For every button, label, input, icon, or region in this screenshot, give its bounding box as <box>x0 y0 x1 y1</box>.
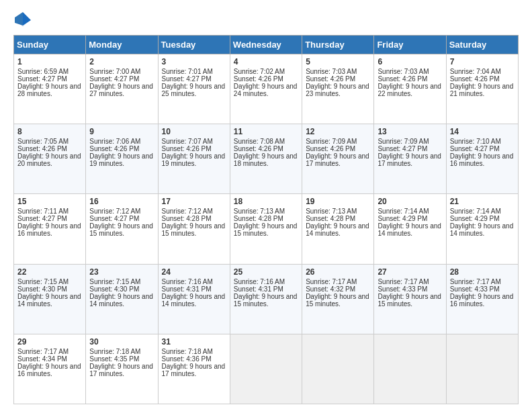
sunset: Sunset: 4:30 PM <box>89 285 139 293</box>
day-number: 7 <box>450 57 515 66</box>
sunset: Sunset: 4:28 PM <box>306 215 355 222</box>
daylight: Daylight: 9 hours and 25 minutes. <box>162 83 226 97</box>
calendar-cell: 25Sunrise: 7:16 AMSunset: 4:31 PMDayligh… <box>230 264 302 334</box>
daylight: Daylight: 9 hours and 28 minutes. <box>17 83 81 97</box>
daylight: Daylight: 9 hours and 14 minutes. <box>17 293 81 308</box>
calendar-cell: 20Sunrise: 7:14 AMSunset: 4:29 PMDayligh… <box>374 194 446 264</box>
calendar-cell: 16Sunrise: 7:12 AMSunset: 4:27 PMDayligh… <box>86 194 158 264</box>
daylight: Daylight: 9 hours and 15 minutes. <box>89 222 153 237</box>
calendar-header: SundayMondayTuesdayWednesdayThursdayFrid… <box>14 36 519 54</box>
calendar-week-row: 15Sunrise: 7:11 AMSunset: 4:27 PMDayligh… <box>14 194 519 264</box>
calendar-week-row: 22Sunrise: 7:15 AMSunset: 4:30 PMDayligh… <box>14 264 519 334</box>
sunrise: Sunrise: 7:11 AM <box>17 208 69 215</box>
daylight: Daylight: 9 hours and 19 minutes. <box>89 152 153 167</box>
sunrise: Sunrise: 7:02 AM <box>234 68 285 75</box>
sunrise: Sunrise: 7:13 AM <box>306 208 357 215</box>
calendar-cell: 6Sunrise: 7:03 AMSunset: 4:26 PMDaylight… <box>374 54 446 124</box>
daylight: Daylight: 9 hours and 16 minutes. <box>450 293 514 308</box>
sunset: Sunset: 4:36 PM <box>162 355 212 363</box>
daylight: Daylight: 9 hours and 16 minutes. <box>17 363 81 377</box>
sunset: Sunset: 4:26 PM <box>234 75 283 83</box>
daylight: Daylight: 9 hours and 15 minutes. <box>234 222 298 237</box>
sunrise: Sunrise: 7:08 AM <box>234 138 285 145</box>
sunset: Sunset: 4:34 PM <box>17 355 67 363</box>
weekday-header: Saturday <box>446 36 518 54</box>
calendar-cell: 26Sunrise: 7:17 AMSunset: 4:32 PMDayligh… <box>302 264 374 334</box>
calendar-cell: 10Sunrise: 7:07 AMSunset: 4:26 PMDayligh… <box>158 124 230 194</box>
sunset: Sunset: 4:33 PM <box>450 285 500 293</box>
day-number: 26 <box>306 267 370 277</box>
svg-marker-2 <box>15 12 23 26</box>
sunset: Sunset: 4:26 PM <box>306 75 355 83</box>
sunrise: Sunrise: 7:07 AM <box>162 138 213 145</box>
calendar-cell: 12Sunrise: 7:09 AMSunset: 4:26 PMDayligh… <box>302 124 374 194</box>
calendar-cell: 3Sunrise: 7:01 AMSunset: 4:27 PMDaylight… <box>158 54 230 124</box>
sunrise: Sunrise: 7:18 AM <box>162 348 213 355</box>
sunset: Sunset: 4:29 PM <box>450 215 500 222</box>
sunset: Sunset: 4:26 PM <box>89 145 139 152</box>
sunset: Sunset: 4:26 PM <box>306 145 355 152</box>
day-number: 13 <box>378 127 442 136</box>
day-number: 1 <box>17 57 82 66</box>
day-number: 16 <box>89 197 154 206</box>
day-number: 6 <box>378 57 442 66</box>
sunrise: Sunrise: 7:12 AM <box>162 208 213 215</box>
weekday-row: SundayMondayTuesdayWednesdayThursdayFrid… <box>14 36 519 54</box>
day-number: 4 <box>234 57 298 66</box>
day-number: 27 <box>378 267 442 277</box>
calendar-cell: 1Sunrise: 6:59 AMSunset: 4:27 PMDaylight… <box>14 54 86 124</box>
sunrise: Sunrise: 7:14 AM <box>378 208 429 215</box>
calendar-cell: 2Sunrise: 7:00 AMSunset: 4:27 PMDaylight… <box>86 54 158 124</box>
day-number: 29 <box>17 337 82 347</box>
daylight: Daylight: 9 hours and 27 minutes. <box>89 83 153 97</box>
calendar-cell: 15Sunrise: 7:11 AMSunset: 4:27 PMDayligh… <box>14 194 86 264</box>
sunset: Sunset: 4:26 PM <box>234 145 283 152</box>
weekday-header: Monday <box>86 36 158 54</box>
calendar-week-row: 29Sunrise: 7:17 AMSunset: 4:34 PMDayligh… <box>14 334 519 404</box>
daylight: Daylight: 9 hours and 17 minutes. <box>162 363 226 377</box>
sunset: Sunset: 4:28 PM <box>234 215 283 222</box>
daylight: Daylight: 9 hours and 18 minutes. <box>234 152 298 167</box>
calendar-cell: 7Sunrise: 7:04 AMSunset: 4:26 PMDaylight… <box>446 54 518 124</box>
sunrise: Sunrise: 7:04 AM <box>450 68 501 75</box>
calendar-cell: 24Sunrise: 7:16 AMSunset: 4:31 PMDayligh… <box>158 264 230 334</box>
calendar-cell: 11Sunrise: 7:08 AMSunset: 4:26 PMDayligh… <box>230 124 302 194</box>
calendar-cell: 9Sunrise: 7:06 AMSunset: 4:26 PMDaylight… <box>86 124 158 194</box>
sunset: Sunset: 4:27 PM <box>378 145 427 152</box>
day-number: 15 <box>17 197 82 206</box>
daylight: Daylight: 9 hours and 14 minutes. <box>306 222 369 237</box>
day-number: 9 <box>89 127 154 136</box>
day-number: 22 <box>17 267 82 277</box>
daylight: Daylight: 9 hours and 15 minutes. <box>306 293 369 308</box>
sunrise: Sunrise: 7:16 AM <box>162 278 213 285</box>
calendar-cell: 13Sunrise: 7:09 AMSunset: 4:27 PMDayligh… <box>374 124 446 194</box>
sunrise: Sunrise: 7:15 AM <box>17 278 69 285</box>
day-number: 8 <box>17 127 82 136</box>
sunset: Sunset: 4:27 PM <box>89 215 139 222</box>
svg-marker-1 <box>23 12 31 26</box>
day-number: 31 <box>162 337 226 347</box>
weekday-header: Wednesday <box>230 36 302 54</box>
sunset: Sunset: 4:27 PM <box>89 75 139 83</box>
daylight: Daylight: 9 hours and 14 minutes. <box>378 222 441 237</box>
logo-icon <box>13 11 32 30</box>
day-number: 10 <box>162 127 226 136</box>
calendar-cell: 31Sunrise: 7:18 AMSunset: 4:36 PMDayligh… <box>158 334 230 404</box>
sunset: Sunset: 4:26 PM <box>378 75 427 83</box>
daylight: Daylight: 9 hours and 16 minutes. <box>17 222 81 237</box>
calendar-body: 1Sunrise: 6:59 AMSunset: 4:27 PMDaylight… <box>14 54 519 404</box>
sunset: Sunset: 4:27 PM <box>162 75 212 83</box>
calendar-week-row: 1Sunrise: 6:59 AMSunset: 4:27 PMDaylight… <box>14 54 519 124</box>
calendar-cell: 5Sunrise: 7:03 AMSunset: 4:26 PMDaylight… <box>302 54 374 124</box>
day-number: 30 <box>89 337 154 347</box>
sunset: Sunset: 4:26 PM <box>162 145 212 152</box>
calendar-cell <box>446 334 518 404</box>
sunset: Sunset: 4:27 PM <box>17 75 67 83</box>
sunset: Sunset: 4:31 PM <box>234 285 283 293</box>
day-number: 28 <box>450 267 515 277</box>
sunrise: Sunrise: 7:00 AM <box>89 68 140 75</box>
daylight: Daylight: 9 hours and 16 minutes. <box>450 152 514 167</box>
sunset: Sunset: 4:31 PM <box>162 285 212 293</box>
sunset: Sunset: 4:29 PM <box>378 215 427 222</box>
sunrise: Sunrise: 6:59 AM <box>17 68 69 75</box>
